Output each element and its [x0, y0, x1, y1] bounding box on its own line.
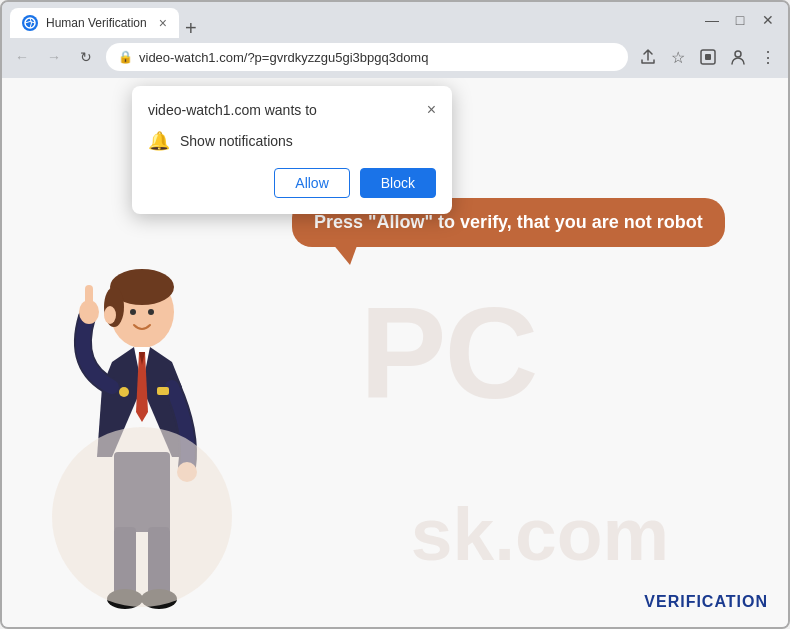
char-bg-circle	[52, 427, 232, 607]
page-content: PC sk.com video-watch1.com wants to × 🔔 …	[2, 78, 788, 627]
back-button[interactable]: ←	[10, 45, 34, 69]
svg-point-0	[25, 18, 35, 28]
new-tab-button[interactable]: +	[185, 18, 197, 38]
svg-point-8	[148, 309, 154, 315]
window-controls: — □ ✕	[700, 8, 780, 32]
address-field[interactable]: 🔒 video-watch1.com/?p=gvrdkyzzgu5gi3bpgq…	[106, 43, 628, 71]
svg-point-3	[735, 51, 741, 57]
popup-buttons: Allow Block	[148, 168, 436, 198]
tab-favicon	[22, 15, 38, 31]
tab-title-text: Human Verification	[46, 16, 147, 30]
maximize-button[interactable]: □	[728, 8, 752, 32]
notification-popup: video-watch1.com wants to × 🔔 Show notif…	[132, 86, 452, 214]
bell-icon: 🔔	[148, 130, 170, 152]
svg-point-25	[119, 387, 129, 397]
lock-icon: 🔒	[118, 50, 133, 64]
notification-label: Show notifications	[180, 133, 293, 149]
share-icon[interactable]	[636, 45, 660, 69]
address-bar: ← → ↻ 🔒 video-watch1.com/?p=gvrdkyzzgu5g…	[2, 38, 788, 78]
extension-icon[interactable]	[696, 45, 720, 69]
tab-bar: Human Verification × +	[10, 2, 696, 38]
tab-close-button[interactable]: ×	[159, 15, 167, 31]
close-window-button[interactable]: ✕	[756, 8, 780, 32]
browser-tab[interactable]: Human Verification ×	[10, 8, 179, 38]
svg-rect-24	[157, 387, 169, 395]
svg-rect-2	[705, 54, 711, 60]
menu-icon[interactable]: ⋮	[756, 45, 780, 69]
title-bar: Human Verification × + — □ ✕	[2, 2, 788, 38]
block-button[interactable]: Block	[360, 168, 436, 198]
bookmark-icon[interactable]: ☆	[666, 45, 690, 69]
minimize-button[interactable]: —	[700, 8, 724, 32]
svg-point-7	[130, 309, 136, 315]
speech-bubble-text: Press "Allow" to verify, that you are no…	[314, 212, 703, 232]
url-text: video-watch1.com/?p=gvrdkyzzgu5gi3bpgq3d…	[139, 50, 616, 65]
popup-notification-row: 🔔 Show notifications	[148, 130, 436, 152]
svg-point-9	[104, 306, 116, 324]
popup-close-button[interactable]: ×	[427, 102, 436, 118]
character-container	[42, 257, 242, 627]
reload-button[interactable]: ↻	[74, 45, 98, 69]
profile-icon[interactable]	[726, 45, 750, 69]
verification-text: VERIFICATION	[644, 593, 768, 611]
popup-header: video-watch1.com wants to ×	[148, 102, 436, 118]
forward-button[interactable]: →	[42, 45, 66, 69]
browser-window: Human Verification × + — □ ✕ ← → ↻ 🔒 vid…	[0, 0, 790, 629]
address-actions: ☆ ⋮	[636, 45, 780, 69]
popup-title: video-watch1.com wants to	[148, 102, 317, 118]
allow-button[interactable]: Allow	[274, 168, 349, 198]
watermark-top: PC	[360, 288, 537, 418]
watermark-bottom: sk.com	[411, 491, 669, 577]
svg-rect-22	[85, 285, 93, 307]
